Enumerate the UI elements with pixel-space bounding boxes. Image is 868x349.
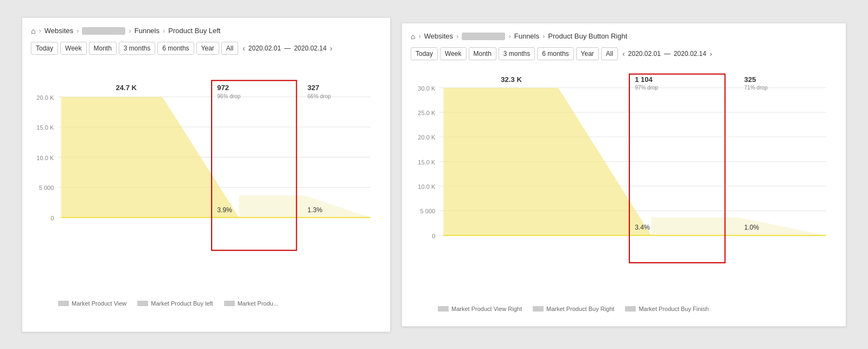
sep-r2: ›	[456, 32, 458, 40]
right-panel: ⌂ › Websites › › Funnels › Product Buy B…	[401, 23, 846, 327]
btn-year[interactable]: Year	[196, 42, 219, 55]
svg-text:972: 972	[217, 84, 229, 92]
svg-text:30.0 K: 30.0 K	[418, 85, 436, 91]
sep-r3: ›	[508, 32, 510, 40]
date-dash-r: —	[664, 50, 671, 58]
next-arrow-r[interactable]: ›	[710, 49, 712, 58]
svg-text:3.4%: 3.4%	[635, 223, 650, 231]
date-from: 2020.02.01	[248, 45, 281, 52]
legend-left: Market Product View Market Product Buy l…	[31, 300, 381, 307]
btn-6months[interactable]: 6 months	[157, 42, 194, 55]
svg-text:10.0 K: 10.0 K	[36, 154, 54, 161]
legend-label-2: Market Product Buy left	[151, 300, 213, 307]
btn-month[interactable]: Month	[89, 42, 117, 55]
breadcrumb-current-r: Product Buy Button Right	[548, 32, 627, 40]
date-to-r: 2020.02.14	[674, 50, 706, 58]
svg-text:325: 325	[744, 75, 756, 83]
chart-svg-right: 30.0 K 25.0 K 20.0 K 15.0 K 10.0 K 5 000…	[411, 68, 837, 301]
svg-text:15.0 K: 15.0 K	[36, 124, 54, 131]
legend-item-r2: Market Product Buy Right	[533, 306, 614, 312]
sep-r4: ›	[542, 32, 545, 40]
svg-text:32.3 K: 32.3 K	[501, 75, 522, 83]
legend-swatch-r1	[438, 306, 449, 312]
prev-arrow[interactable]: ‹	[242, 44, 245, 53]
btn-3months[interactable]: 3 months	[119, 42, 155, 55]
breadcrumb-funnels-r[interactable]: Funnels	[514, 32, 539, 40]
svg-text:3.9%: 3.9%	[217, 206, 232, 213]
svg-text:5 000: 5 000	[420, 208, 436, 214]
svg-text:97% drop: 97% drop	[635, 84, 658, 90]
svg-text:1.0%: 1.0%	[744, 223, 760, 231]
btn-month-r[interactable]: Month	[469, 47, 496, 60]
chart-right: 30.0 K 25.0 K 20.0 K 15.0 K 10.0 K 5 000…	[411, 68, 837, 301]
legend-item-3: Market Produ...	[224, 300, 278, 307]
breadcrumb-left: ⌂ › Websites › › Funnels › Product Buy L…	[31, 27, 381, 35]
next-arrow[interactable]: ›	[330, 44, 333, 53]
legend-swatch-1	[58, 301, 69, 306]
legend-swatch-r3	[625, 306, 636, 312]
toolbar-left: Today Week Month 3 months 6 months Year …	[31, 42, 381, 55]
legend-label-r3: Market Product Buy Finish	[639, 306, 709, 312]
legend-label-r1: Market Product View Right	[451, 306, 522, 312]
btn-6months-r[interactable]: 6 months	[537, 47, 573, 60]
legend-item-2: Market Product Buy left	[137, 300, 213, 307]
btn-3months-r[interactable]: 3 months	[499, 47, 535, 60]
date-range-left: ‹ 2020.02.01 — 2020.02.14 ›	[242, 44, 332, 53]
toolbar-right: Today Week Month 3 months 6 months Year …	[411, 47, 837, 60]
legend-item-r1: Market Product View Right	[438, 306, 522, 312]
date-to: 2020.02.14	[294, 45, 327, 52]
legend-item-1: Market Product View	[58, 300, 126, 307]
breadcrumb-right: ⌂ › Websites › › Funnels › Product Buy B…	[411, 32, 837, 41]
svg-text:96% drop: 96% drop	[217, 93, 241, 99]
svg-marker-11	[239, 195, 371, 217]
svg-text:24.7 K: 24.7 K	[116, 84, 137, 92]
sep4: ›	[163, 27, 165, 35]
legend-swatch-r2	[533, 306, 544, 312]
legend-right: Market Product View Right Market Product…	[411, 306, 837, 312]
legend-swatch-2	[137, 301, 148, 306]
btn-today[interactable]: Today	[31, 42, 58, 55]
home-icon[interactable]: ⌂	[31, 27, 35, 35]
sep2: ›	[76, 27, 79, 35]
home-icon-r[interactable]: ⌂	[411, 32, 415, 41]
svg-text:25.0 K: 25.0 K	[418, 110, 436, 116]
svg-text:20.0 K: 20.0 K	[36, 94, 54, 100]
svg-text:327: 327	[308, 84, 320, 92]
date-dash: —	[284, 45, 291, 52]
btn-all-r[interactable]: All	[601, 47, 618, 60]
legend-label-r2: Market Product Buy Right	[546, 306, 614, 312]
svg-rect-14	[212, 80, 296, 250]
svg-text:0: 0	[50, 214, 54, 221]
legend-label-1: Market Product View	[72, 300, 126, 307]
breadcrumb-blurred-r	[462, 33, 505, 40]
left-panel: ⌂ › Websites › › Funnels › Product Buy L…	[22, 17, 391, 332]
breadcrumb-websites[interactable]: Websites	[44, 27, 73, 35]
svg-text:1.3%: 1.3%	[308, 206, 323, 213]
svg-text:5 000: 5 000	[39, 185, 54, 191]
btn-week-r[interactable]: Week	[440, 47, 466, 60]
breadcrumb-funnels[interactable]: Funnels	[135, 27, 159, 35]
prev-arrow-r[interactable]: ‹	[622, 49, 625, 58]
sep-r1: ›	[418, 32, 420, 40]
date-range-right: ‹ 2020.02.01 — 2020.02.14 ›	[622, 49, 712, 58]
svg-text:0: 0	[432, 232, 435, 239]
svg-text:66% drop: 66% drop	[308, 93, 331, 99]
svg-text:10.0 K: 10.0 K	[418, 183, 436, 190]
chart-left: 20.0 K 15.0 K 10.0 K 5 000 0 24.7 K 972 …	[31, 62, 381, 296]
chart-svg-left: 20.0 K 15.0 K 10.0 K 5 000 0 24.7 K 972 …	[31, 62, 381, 296]
sep3: ›	[129, 27, 131, 35]
btn-all[interactable]: All	[221, 42, 238, 55]
btn-year-r[interactable]: Year	[576, 47, 599, 60]
sep: ›	[39, 27, 41, 35]
svg-text:1 104: 1 104	[635, 75, 653, 83]
breadcrumb-websites-r[interactable]: Websites	[424, 32, 453, 40]
btn-today-r[interactable]: Today	[411, 47, 438, 60]
breadcrumb-blurred	[82, 27, 125, 35]
svg-text:20.0 K: 20.0 K	[418, 134, 436, 141]
breadcrumb-current: Product Buy Left	[168, 27, 220, 35]
legend-label-3: Market Produ...	[238, 300, 278, 307]
btn-week[interactable]: Week	[60, 42, 86, 55]
legend-item-r3: Market Product Buy Finish	[625, 306, 709, 312]
svg-text:71% drop: 71% drop	[744, 84, 768, 90]
svg-marker-36	[651, 217, 826, 235]
